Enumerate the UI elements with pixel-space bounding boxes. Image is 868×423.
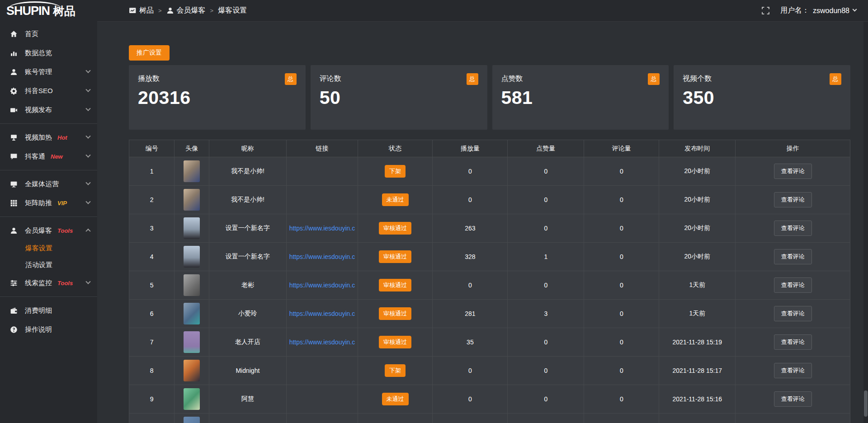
sidebar-item-data-overview[interactable]: 数据总览 — [0, 43, 97, 62]
sidebar-item-clue-monitor[interactable]: 线索监控 Tools — [0, 273, 97, 292]
cell-plays: 0 — [433, 385, 508, 414]
sidebar-item-video-heat[interactable]: 视频加热 Hot — [0, 128, 97, 147]
status-badge: 未通过 — [382, 193, 409, 206]
cell-number: 6 — [129, 300, 175, 328]
sidebar-item-video-publish[interactable]: 视频发布 — [0, 100, 97, 119]
table-header-row: 编号头像昵称链接状态播放量点赞量评论量发布时间操作 — [129, 140, 850, 157]
cell-action: 查看评论 — [736, 357, 850, 385]
video-link[interactable]: https://www.iesdouyin.c — [287, 338, 358, 346]
breadcrumb-baoke-settings[interactable]: 爆客设置 — [218, 6, 247, 15]
view-comments-button[interactable]: 查看评论 — [774, 306, 812, 321]
sidebar-item-douyin-seo[interactable]: 抖音SEO — [0, 81, 97, 100]
cell-link — [286, 357, 358, 385]
logo-text-en: SHUPIN — [6, 4, 50, 19]
view-comments-button[interactable]: 查看评论 — [774, 221, 812, 236]
sidebar-nav: 首页 数据总览 账号管理 抖音SEO 视频发布 视频加热 Hot 抖客通 New… — [0, 22, 97, 339]
sidebar-badge-tools: Tools — [57, 227, 73, 234]
cell-link: https://www.iesdouyin.c — [286, 328, 358, 357]
view-comments-button[interactable]: 查看评论 — [774, 391, 812, 407]
sidebar-item-account-management[interactable]: 账号管理 — [0, 62, 97, 81]
cell-number: 7 — [129, 328, 175, 357]
cell-time: 2021-11-28 15:16 — [659, 385, 736, 414]
column-header: 状态 — [358, 140, 433, 157]
sidebar-item-home[interactable]: 首页 — [0, 24, 97, 43]
cell-nickname: 阿慧 — [209, 385, 287, 414]
status-badge: 审核通过 — [379, 222, 411, 235]
promo-settings-button[interactable]: 推广设置 — [129, 45, 170, 61]
cell-avatar — [175, 243, 209, 271]
user-menu[interactable]: 用户名：zswodun88 — [780, 6, 856, 15]
fullscreen-icon[interactable] — [762, 7, 769, 14]
breadcrumb-member-baoke[interactable]: 会员爆客 — [166, 6, 206, 15]
cell-comments: 0 — [584, 271, 659, 300]
view-comments-button[interactable]: 查看评论 — [774, 249, 812, 264]
column-header: 头像 — [175, 140, 209, 157]
cell-nickname: 小爱玲 — [209, 300, 287, 328]
video-link[interactable]: https://www.iesdouyin.c — [287, 282, 358, 289]
sidebar-badge-vip: VIP — [57, 200, 67, 207]
view-comments-button[interactable]: 查看评论 — [774, 277, 812, 293]
sidebar-item-member-baoke[interactable]: 会员爆客 Tools — [0, 221, 97, 240]
app-logo: SHUPIN 树品 — [0, 0, 97, 22]
cell-nickname: Midnight — [209, 357, 287, 385]
vertical-scrollbar[interactable] — [863, 22, 868, 423]
stat-cards: 播放数 20316 总 评论数 50 总 点赞数 581 总 视频个数 350 … — [129, 65, 850, 130]
stat-card-value: 350 — [683, 87, 841, 108]
cell-time: 2021-11-28 15:17 — [659, 357, 736, 385]
avatar — [184, 160, 200, 182]
table-row — [129, 414, 850, 423]
avatar — [184, 246, 200, 268]
chat-icon — [10, 153, 18, 160]
stat-card-value: 581 — [501, 87, 660, 108]
sidebar-item-label: 会员爆客 — [25, 226, 52, 235]
sidebar-item-all-media-operation[interactable]: 全媒体运营 — [0, 174, 97, 193]
cell-likes: 0 — [508, 271, 584, 300]
cell-number: 9 — [129, 385, 175, 414]
cell-number: 1 — [129, 157, 175, 186]
cell-action: 查看评论 — [736, 300, 850, 328]
chart-icon — [10, 49, 18, 57]
cell-time: 20小时前 — [659, 214, 736, 243]
sidebar-subitem-activity-settings[interactable]: 活动设置 — [0, 257, 97, 273]
view-comments-button[interactable]: 查看评论 — [774, 334, 812, 350]
video-link[interactable]: https://www.iesdouyin.c — [287, 310, 358, 317]
videos-table-wrap: 编号头像昵称链接状态播放量点赞量评论量发布时间操作 1 我不是小帅! 下架 0 … — [129, 140, 850, 423]
view-comments-button[interactable]: 查看评论 — [774, 164, 812, 179]
cell-likes: 0 — [508, 214, 584, 243]
column-header: 链接 — [286, 140, 358, 157]
cell-number: 5 — [129, 271, 175, 300]
cell-status: 审核通过 — [358, 328, 433, 357]
user-icon — [10, 68, 18, 76]
table-row: 4 设置一个新名字 https://www.iesdouyin.c 审核通过 3… — [129, 243, 850, 271]
cell-number: 3 — [129, 214, 175, 243]
sidebar-item-operation-guide[interactable]: 操作说明 — [0, 320, 97, 339]
view-comments-button[interactable]: 查看评论 — [774, 363, 812, 378]
status-badge: 审核通过 — [379, 336, 411, 348]
sidebar-subitem-baoke-settings[interactable]: 爆客设置 — [0, 240, 97, 257]
cell-time: 1天前 — [659, 271, 736, 300]
sidebar-item-label: 抖客通 — [25, 152, 45, 161]
table-row: 6 小爱玲 https://www.iesdouyin.c 审核通过 281 3… — [129, 300, 850, 328]
view-comments-button[interactable]: 查看评论 — [774, 192, 812, 207]
scrollbar-thumb[interactable] — [864, 390, 868, 417]
cell-action: 查看评论 — [736, 328, 850, 357]
video-link[interactable]: https://www.iesdouyin.c — [287, 253, 358, 260]
sidebar-item-douketong[interactable]: 抖客通 New — [0, 147, 97, 166]
video-link[interactable]: https://www.iesdouyin.c — [287, 225, 358, 232]
stat-card-label: 评论数 — [320, 74, 478, 84]
avatar — [184, 331, 200, 353]
stat-card-label: 点赞数 — [501, 74, 660, 84]
cell-plays: 328 — [433, 243, 508, 271]
sidebar-item-label: 数据总览 — [25, 49, 52, 57]
stat-card-value: 50 — [320, 87, 478, 108]
cell-likes: 0 — [508, 157, 584, 186]
cell-link: https://www.iesdouyin.c — [286, 300, 358, 328]
table-row: 1 我不是小帅! 下架 0 0 0 20小时前 查看评论 — [129, 157, 850, 186]
cell-action: 查看评论 — [736, 271, 850, 300]
breadcrumb-label: 爆客设置 — [218, 6, 247, 15]
sidebar-item-matrix-boost[interactable]: 矩阵助推 VIP — [0, 193, 97, 212]
stat-card-label: 视频个数 — [683, 74, 841, 84]
sidebar-item-consumption-details[interactable]: 消费明细 — [0, 301, 97, 320]
total-badge: 总 — [830, 73, 841, 85]
breadcrumb-shupin[interactable]: 树品 — [129, 6, 154, 15]
